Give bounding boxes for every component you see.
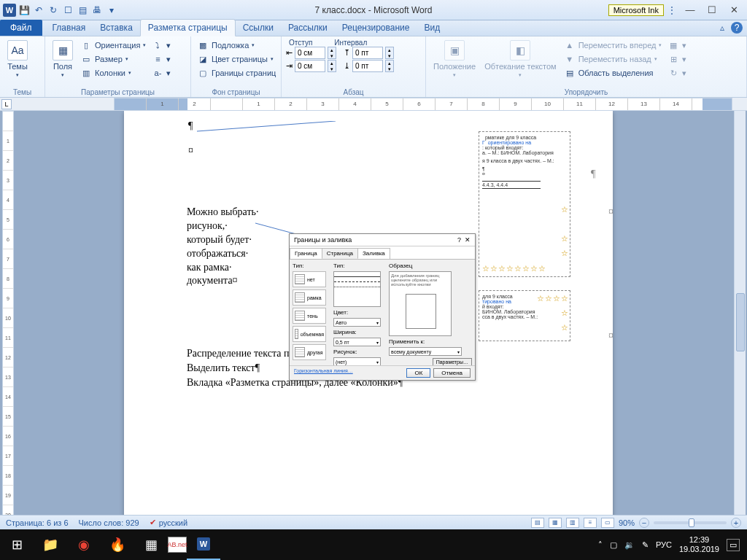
redo-icon[interactable]: ↻ xyxy=(47,4,60,17)
cancel-button[interactable]: Отмена xyxy=(433,368,471,378)
ink-dropdown-icon[interactable]: ⋮ xyxy=(665,4,678,17)
undo-icon[interactable]: ↶ xyxy=(32,4,45,17)
maximize-button[interactable]: ☐ xyxy=(702,4,722,17)
ink-button[interactable]: Microsoft Ink xyxy=(608,4,664,16)
tab-view[interactable]: Вид xyxy=(417,20,447,36)
tab-mailings[interactable]: Рассылки xyxy=(281,20,335,36)
dialog-titlebar[interactable]: Границы и заливка ? ✕ xyxy=(290,234,475,246)
dlg-tab-fill[interactable]: Заливка xyxy=(357,248,390,259)
tab-home[interactable]: Главная xyxy=(45,20,93,36)
dlg-tab-border[interactable]: Граница xyxy=(290,248,322,259)
firefox-icon[interactable]: 🔥 xyxy=(101,529,134,560)
zoom-out-icon[interactable]: − xyxy=(639,518,649,528)
svg-line-0 xyxy=(197,121,336,131)
vertical-ruler[interactable]: 1234567891011121314151617181920212223242… xyxy=(2,111,14,529)
taskbar-clock[interactable]: 12:39 19.03.2019 xyxy=(679,535,719,554)
language-status[interactable]: ✔русский xyxy=(150,518,187,527)
hline-link[interactable]: Горизонтальная линия… xyxy=(294,368,353,378)
dialog-help-icon[interactable]: ? xyxy=(457,236,461,244)
sample-hint: Для добавления границ щелкните образец и… xyxy=(391,273,439,287)
group-page-bg: ▩Подложка▾ ◪Цвет страницы▾ ▢Границы стра… xyxy=(191,36,282,97)
file-explorer-icon[interactable]: 📁 xyxy=(34,529,67,560)
tray-lang[interactable]: РУС xyxy=(656,540,672,549)
dialog-close-icon[interactable]: ✕ xyxy=(465,236,471,244)
view-outline[interactable]: ≡ xyxy=(584,518,597,528)
tab-selector[interactable]: L xyxy=(1,99,12,109)
view-read[interactable]: ▦ xyxy=(549,518,562,528)
width-select[interactable]: 0,5 пт xyxy=(333,338,381,346)
apply-select[interactable]: всему документу xyxy=(389,347,462,356)
space-before-field[interactable]: ⤒0 пт▴▾ xyxy=(344,47,394,59)
indent-right-field[interactable]: ⇥0 см▴▾ xyxy=(286,60,336,72)
tab-layout[interactable]: Разметка страницы xyxy=(140,19,236,36)
margins-button[interactable]: ▦ Поля ▾ xyxy=(50,39,76,79)
columns-button[interactable]: ▥Колонки▾ xyxy=(79,66,147,79)
selection-pane-button[interactable]: ▤Область выделения xyxy=(562,66,664,79)
qat-more-icon[interactable]: ▾ xyxy=(105,4,118,17)
group-paragraph: Отступ Интервал ⇤0 см▴▾ ⇥0 см▴▾ ⤒0 пт▴▾ … xyxy=(282,36,426,97)
body-p2: Выделить текст¶ xyxy=(187,362,260,376)
zoom-slider[interactable] xyxy=(654,521,727,524)
calculator-icon[interactable]: ▦ xyxy=(134,529,168,560)
type-3d[interactable]: объемная xyxy=(293,326,326,342)
type-custom[interactable]: другая xyxy=(293,344,326,360)
word-taskbar-icon[interactable]: W xyxy=(187,529,220,560)
tab-references[interactable]: Ссылки xyxy=(236,20,281,36)
linenums-button[interactable]: ≡▾ xyxy=(150,52,172,66)
orientation-button[interactable]: ▯Ориентация▾ xyxy=(79,39,147,52)
tray-monitor-icon[interactable]: ▢ xyxy=(610,540,617,550)
close-button[interactable]: ✕ xyxy=(724,4,744,17)
page-status[interactable]: Страница: 6 из 6 xyxy=(6,518,69,527)
tray-up-icon[interactable]: ˄ xyxy=(598,540,603,550)
zoom-in-icon[interactable]: + xyxy=(731,518,741,528)
new-icon[interactable]: ☐ xyxy=(61,4,74,17)
scrollbar-thumb[interactable] xyxy=(736,293,745,351)
tab-review[interactable]: Рецензирование xyxy=(335,20,417,36)
watermark-button[interactable]: ▩Подложка▾ xyxy=(196,39,277,52)
anchor-mark-3: ¤ xyxy=(608,330,614,343)
minimize-button[interactable]: — xyxy=(680,4,700,17)
page-color-button[interactable]: ◪Цвет страницы▾ xyxy=(196,52,277,66)
style-list[interactable] xyxy=(333,271,381,307)
print-icon[interactable]: 🖶 xyxy=(90,4,104,17)
color-select[interactable]: Авто xyxy=(333,318,381,327)
space-after-field[interactable]: ⤓0 пт▴▾ xyxy=(344,60,394,72)
view-web[interactable]: ▥ xyxy=(566,518,579,528)
type-none[interactable]: нет xyxy=(293,271,326,287)
top-text-mark: ¤ xyxy=(188,144,193,158)
sa-icon: ⤓ xyxy=(344,61,350,71)
ok-button[interactable]: ОК xyxy=(406,368,430,378)
abnet-icon[interactable]: АВ.net xyxy=(168,537,187,553)
word-count[interactable]: Число слов: 929 xyxy=(79,518,139,527)
type-box[interactable]: рамка xyxy=(293,289,326,306)
indent-left-field[interactable]: ⇤0 см▴▾ xyxy=(286,47,336,59)
tray-pen-icon[interactable]: ✎ xyxy=(642,540,649,550)
hyphen-button[interactable]: a-▾ xyxy=(150,66,172,79)
chrome-icon[interactable]: ◉ xyxy=(67,529,101,560)
breaks-button[interactable]: ⤵▾ xyxy=(150,39,172,52)
dlg-tab-page[interactable]: Страница xyxy=(322,248,358,259)
ribbon-minimize-icon[interactable]: ▵ xyxy=(716,22,728,34)
vertical-scrollbar[interactable] xyxy=(734,111,746,529)
help-icon[interactable]: ? xyxy=(731,22,743,34)
size-button[interactable]: ▭Размер▾ xyxy=(79,52,147,66)
tab-insert[interactable]: Вставка xyxy=(93,20,140,36)
horizontal-ruler[interactable]: 121234567891011121314151617 xyxy=(114,98,732,111)
page-borders-button[interactable]: ▢Границы страниц xyxy=(196,66,277,79)
action-center-icon[interactable]: ▭ xyxy=(727,539,740,551)
save-icon[interactable]: 💾 xyxy=(18,4,31,17)
preview-pane[interactable]: Для добавления границ щелкните образец и… xyxy=(389,271,452,336)
indent-left-icon: ⇤ xyxy=(286,48,293,58)
tray-volume-icon[interactable]: 🔉 xyxy=(624,540,635,550)
zoom-level[interactable]: 90% xyxy=(619,518,635,527)
view-print-layout[interactable]: ▤ xyxy=(531,518,544,528)
type-shadow[interactable]: тень xyxy=(293,308,326,324)
file-tab[interactable]: Файл xyxy=(0,20,42,36)
zoom-thumb[interactable] xyxy=(689,518,694,527)
start-button[interactable]: ⊞ xyxy=(0,529,34,560)
view-draft[interactable]: ▭ xyxy=(601,518,614,528)
open-icon[interactable]: ▤ xyxy=(76,4,89,17)
ribbon-tabs: Файл Главная Вставка Разметка страницы С… xyxy=(0,20,747,36)
themes-button[interactable]: Aa Темы ▾ xyxy=(4,39,31,79)
group-arrange: ▣Положение▾ ◧Обтекание текстом▾ ▲Перемес… xyxy=(426,36,747,97)
